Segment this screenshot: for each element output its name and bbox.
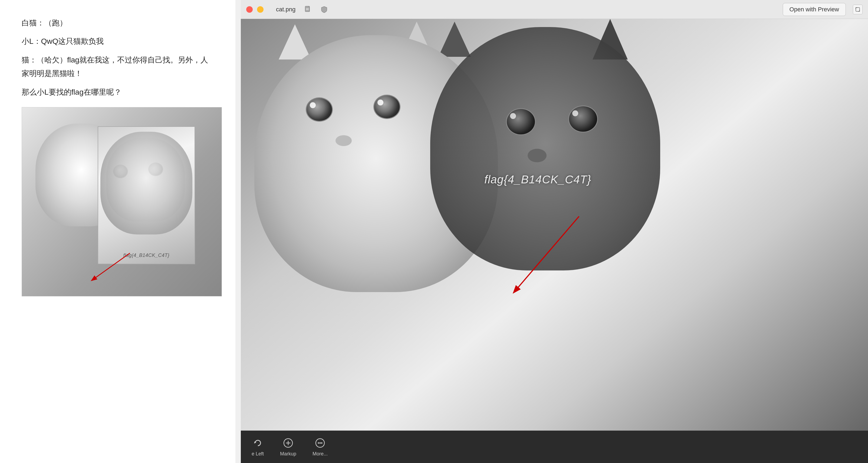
svg-point-14 — [319, 442, 321, 444]
article-image: flag{4_B14CK_C4T} — [22, 107, 222, 296]
rotate-left-icon — [252, 437, 264, 449]
eye-light-right — [373, 95, 400, 119]
markup-label: Markup — [280, 451, 296, 457]
file-icon — [304, 6, 312, 13]
open-with-preview-button[interactable]: Open with Preview — [783, 3, 846, 16]
maximize-icon — [855, 7, 860, 12]
preview-filename: cat.png — [276, 6, 296, 13]
svg-rect-5 — [856, 7, 860, 11]
svg-point-13 — [318, 442, 319, 444]
cat-face-inner — [100, 132, 192, 234]
svg-rect-2 — [305, 6, 310, 12]
shield-icon — [320, 6, 328, 13]
rotate-left-label: e Left — [252, 451, 264, 457]
article-line2: 小L：QwQ这只猫欺负我 — [22, 35, 214, 48]
ear-left — [279, 24, 311, 60]
preview-titlebar: cat.png Open with Preview — [241, 0, 868, 19]
markup-icon — [282, 437, 294, 449]
article-area: 白猫：（跑） 小L：QwQ这只猫欺负我 猫：（哈欠）flag就在我这，不过你得自… — [0, 0, 236, 463]
preview-cat-right — [430, 27, 660, 270]
article-line1: 白猫：（跑） — [22, 16, 214, 30]
eye-dark-left — [506, 108, 536, 135]
titlebar-file-icon-button[interactable] — [303, 4, 313, 15]
flag-text-preview: flag{4_B14CK_C4T} — [484, 173, 591, 186]
nose-light — [336, 135, 352, 146]
svg-point-15 — [321, 442, 322, 444]
eye-highlight-1 — [310, 102, 316, 108]
eye-highlight-4 — [572, 110, 578, 116]
article-line3: 猫：（哈欠）flag就在我这，不过你得自己找。另外，人家明明是黑猫啦！ — [22, 53, 214, 80]
preview-content: flag{4_B14CK_C4T} — [241, 19, 868, 431]
toolbar-more[interactable]: More... — [312, 437, 328, 457]
maximize-button[interactable] — [853, 5, 863, 14]
eye-highlight-2 — [377, 100, 383, 105]
eye-light-left — [306, 97, 333, 122]
article-line4: 那么小L要找的flag在哪里呢？ — [22, 86, 214, 99]
ear-dark-left — [438, 22, 471, 57]
toolbar-markup[interactable]: Markup — [280, 437, 296, 457]
more-icon — [314, 437, 326, 449]
preview-window: cat.png Open with Preview — [241, 0, 868, 463]
more-label: More... — [312, 451, 328, 457]
flag-text-small: flag{4_B14CK_C4T} — [123, 253, 169, 258]
eye-highlight-3 — [510, 113, 516, 119]
window-minimize-button[interactable] — [257, 6, 264, 13]
eye-dark-right — [568, 105, 598, 133]
titlebar-shield-icon-button[interactable] — [319, 4, 330, 15]
window-close-button[interactable] — [246, 6, 253, 13]
toolbar-rotate-left[interactable]: e Left — [252, 437, 264, 457]
nose-dark — [528, 149, 547, 162]
titlebar-icons — [303, 4, 330, 15]
preview-cat-bg: flag{4_B14CK_C4T} — [241, 19, 868, 431]
preview-toolbar: e Left Markup M — [241, 431, 868, 463]
cat-image-bg: flag{4_B14CK_C4T} — [22, 107, 222, 296]
